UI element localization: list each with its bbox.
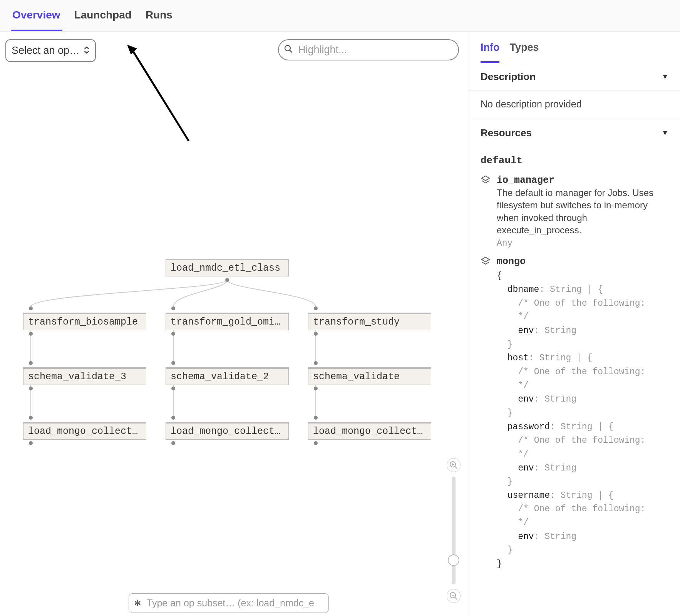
resource-name: mongo [497, 256, 668, 267]
side-tab-info[interactable]: Info [481, 42, 499, 63]
zoom-slider[interactable] [452, 477, 456, 584]
side-tab-types[interactable]: Types [509, 42, 539, 63]
layers-icon [481, 256, 491, 571]
node-schema-validate-3[interactable]: schema_validate_3 [23, 367, 146, 385]
section-description-header[interactable]: Description ▼ [469, 63, 680, 91]
tab-launchpad[interactable]: Launchpad [73, 1, 133, 31]
node-schema-validate[interactable]: schema_validate [308, 367, 431, 385]
resource-name: io_manager [497, 175, 668, 186]
resource-type: Any [497, 238, 668, 248]
resource-group-name: default [469, 147, 680, 169]
node-transform-gold-omics[interactable]: transform_gold_omics… [166, 313, 289, 330]
zoom-out-button[interactable] [447, 589, 461, 603]
zoom-handle[interactable] [448, 554, 459, 566]
chevron-down-icon: ▼ [662, 73, 668, 81]
section-resources-title: Resources [481, 127, 532, 139]
node-load-mongo-collection-2[interactable]: load_mongo_collectio… [166, 422, 289, 440]
svg-line-11 [455, 466, 457, 469]
resource-description: The default io manager for Jobs. Uses fi… [497, 187, 668, 237]
node-transform-study[interactable]: transform_study [308, 313, 431, 330]
resource-io-manager: io_manager The default io manager for Jo… [469, 169, 680, 251]
graph-canvas[interactable]: Select an op… [0, 32, 469, 616]
resource-schema: { dbname: String | { /* One of the follo… [497, 270, 668, 571]
side-panel: Info Types Description ▼ No description … [469, 32, 680, 616]
filter-icon: ✻ [134, 598, 141, 608]
node-load-nmdc-etl-class[interactable]: load_nmdc_etl_class [166, 259, 289, 276]
zoom-control [446, 458, 462, 603]
layers-icon [481, 175, 491, 248]
node-load-mongo-collection-3[interactable]: load_mongo_collection [308, 422, 431, 440]
resource-mongo: mongo { dbname: String | { /* One of the… [469, 251, 680, 574]
tab-runs[interactable]: Runs [144, 1, 174, 31]
tab-overview[interactable]: Overview [11, 1, 62, 31]
node-load-mongo-collection-1[interactable]: load_mongo_collectio… [23, 422, 146, 440]
section-description-title: Description [481, 71, 536, 83]
section-resources-header[interactable]: Resources ▼ [469, 119, 680, 147]
chevron-down-icon: ▼ [662, 129, 668, 137]
description-body: No description provided [469, 91, 680, 119]
op-subset-input[interactable] [129, 593, 329, 613]
node-schema-validate-2[interactable]: schema_validate_2 [166, 367, 289, 385]
node-transform-biosample[interactable]: transform_biosample [23, 313, 146, 330]
zoom-in-button[interactable] [447, 458, 461, 472]
top-tabs: Overview Launchpad Runs [0, 0, 680, 32]
svg-line-15 [455, 597, 457, 599]
